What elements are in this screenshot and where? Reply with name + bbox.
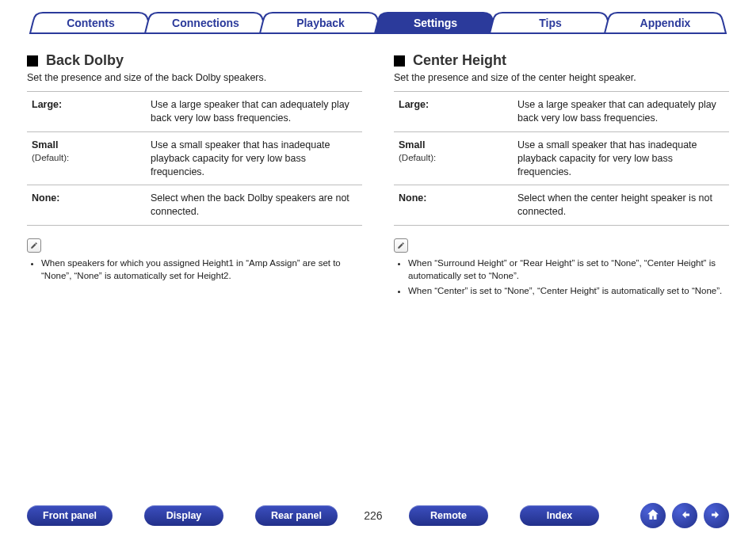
pencil-icon bbox=[394, 238, 408, 253]
bottom-bar: Front panel Display Rear panel 226 Remot… bbox=[27, 503, 729, 528]
arrow-left-icon bbox=[678, 508, 692, 524]
tab-label: Contents bbox=[67, 17, 115, 29]
svg-rect-0 bbox=[685, 513, 689, 516]
front-panel-button[interactable]: Front panel bbox=[27, 505, 113, 526]
tab-contents[interactable]: Contents bbox=[27, 11, 155, 35]
pill-label: Front panel bbox=[43, 510, 97, 521]
section-title-text: Back Dolby bbox=[46, 52, 124, 69]
option-desc: Use a large speaker that can adequately … bbox=[146, 92, 362, 132]
option-key: None: bbox=[399, 192, 426, 204]
rear-panel-button[interactable]: Rear panel bbox=[255, 505, 338, 526]
option-key: Small bbox=[32, 139, 58, 150]
option-desc: Use a large speaker that can adequately … bbox=[513, 92, 729, 132]
section-lead: Set the presence and size of the back Do… bbox=[27, 72, 362, 83]
top-tabs: Contents Connections Playback Settings T… bbox=[27, 11, 729, 35]
options-table: Large: Use a large speaker that can adeq… bbox=[27, 91, 362, 226]
home-button[interactable] bbox=[640, 503, 666, 528]
note-item: When speakers for which you assigned Hei… bbox=[41, 257, 362, 282]
table-row: Small(Default): Use a small speaker that… bbox=[394, 131, 729, 185]
table-row: None: Select when the back Dolby speaker… bbox=[27, 185, 362, 226]
page-number: 226 bbox=[361, 509, 385, 522]
note-item: When “Center” is set to “None”, “Center … bbox=[408, 285, 729, 298]
pill-label: Display bbox=[166, 510, 201, 521]
tab-playback[interactable]: Playback bbox=[257, 11, 384, 35]
home-icon bbox=[646, 508, 660, 524]
tab-appendix[interactable]: Appendix bbox=[601, 11, 729, 35]
tab-label: Playback bbox=[296, 17, 345, 29]
section-lead: Set the presence and size of the center … bbox=[394, 72, 729, 83]
option-key: None: bbox=[32, 192, 59, 204]
table-row: Large: Use a large speaker that can adeq… bbox=[394, 92, 729, 132]
option-desc: Select when the center height speaker is… bbox=[513, 185, 729, 226]
prev-page-button[interactable] bbox=[672, 503, 697, 528]
option-sub: (Default): bbox=[32, 152, 141, 165]
section-center-height: Center Height Set the presence and size … bbox=[394, 52, 729, 301]
tab-label: Appendix bbox=[640, 17, 691, 29]
pill-label: Index bbox=[547, 510, 573, 521]
table-row: Small(Default): Use a small speaker that… bbox=[27, 131, 362, 185]
next-page-button[interactable] bbox=[704, 503, 729, 528]
option-key: Large: bbox=[399, 99, 429, 110]
tab-tips[interactable]: Tips bbox=[487, 11, 614, 35]
table-row: None: Select when the center height spea… bbox=[394, 185, 729, 226]
notes-list: When speakers for which you assigned Hei… bbox=[27, 257, 362, 282]
section-title-text: Center Height bbox=[413, 52, 506, 69]
option-desc: Use a small speaker that has inadequate … bbox=[146, 131, 362, 185]
tab-connections[interactable]: Connections bbox=[142, 11, 269, 35]
tab-label: Settings bbox=[414, 17, 457, 29]
table-row: Large: Use a large speaker that can adeq… bbox=[27, 92, 362, 132]
remote-button[interactable]: Remote bbox=[409, 505, 488, 526]
note-item: When “Surround Height” or “Rear Height” … bbox=[408, 257, 729, 282]
option-key: Large: bbox=[32, 99, 62, 110]
notes-list: When “Surround Height” or “Rear Height” … bbox=[394, 257, 729, 298]
option-desc: Use a small speaker that has inadequate … bbox=[513, 131, 729, 185]
index-button[interactable]: Index bbox=[520, 505, 599, 526]
tab-label: Tips bbox=[539, 17, 562, 29]
section-title: Center Height bbox=[394, 52, 729, 69]
arrow-right-icon bbox=[709, 508, 724, 524]
pencil-icon bbox=[27, 238, 41, 253]
pill-label: Rear panel bbox=[271, 510, 322, 521]
option-key: Small bbox=[399, 139, 425, 150]
section-back-dolby: Back Dolby Set the presence and size of … bbox=[27, 52, 362, 301]
svg-rect-1 bbox=[712, 513, 716, 516]
display-button[interactable]: Display bbox=[144, 505, 223, 526]
pill-label: Remote bbox=[430, 510, 467, 521]
options-table: Large: Use a large speaker that can adeq… bbox=[394, 91, 729, 226]
option-desc: Select when the back Dolby speakers are … bbox=[146, 185, 362, 226]
option-sub: (Default): bbox=[399, 152, 508, 165]
section-title: Back Dolby bbox=[27, 52, 362, 69]
tab-settings[interactable]: Settings bbox=[372, 11, 499, 35]
tab-label: Connections bbox=[172, 17, 239, 29]
